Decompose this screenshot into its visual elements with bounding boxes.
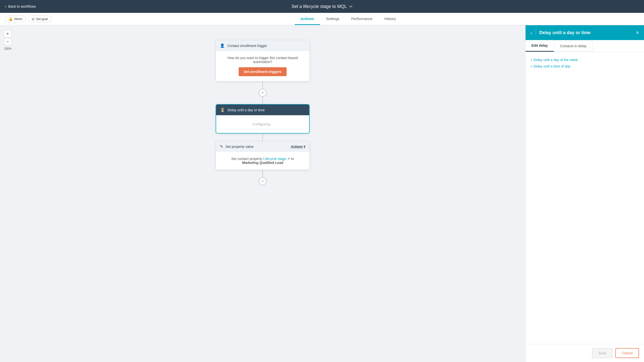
delay-node-body: Configuring... — [216, 115, 309, 133]
set-goal-button[interactable]: ◎ Set goal — [28, 16, 52, 22]
panel-tabs: Edit delay Contacts in delay — [526, 40, 644, 52]
toolbar-left: 🔔 Alerts ◎ Set goal — [5, 16, 52, 22]
main-tabs: Actions Settings Performance History — [58, 13, 639, 25]
tab-edit-delay[interactable]: Edit delay — [526, 40, 554, 52]
alerts-label: Alerts — [14, 17, 22, 21]
back-label: Back to workflows — [8, 4, 36, 8]
tab-contacts-in-delay[interactable]: Contacts in delay — [554, 40, 592, 52]
action-icon: ✎ — [220, 144, 223, 149]
panel-close-button[interactable]: × — [636, 30, 639, 36]
tab-bar: 🔔 Alerts ◎ Set goal Actions Settings Per… — [0, 13, 644, 25]
delay-node[interactable]: ⏳ Delay until a day or time Configuring.… — [216, 104, 310, 134]
connector-line-3 — [262, 134, 263, 141]
actions-dropdown-button[interactable]: Actions ▾ — [291, 145, 306, 148]
save-button[interactable]: Save — [592, 348, 612, 358]
zoom-out-button[interactable]: − — [4, 38, 12, 46]
add-step-button[interactable]: + — [259, 177, 266, 185]
configuring-text: Configuring... — [252, 122, 273, 126]
action-body-suffix: to — [291, 157, 294, 161]
back-arrow-icon: ‹ — [5, 4, 6, 9]
remove-step-button[interactable]: × — [259, 89, 266, 97]
connector-line-1 — [262, 81, 263, 89]
tab-actions[interactable]: Actions — [294, 13, 320, 25]
goal-icon: ◎ — [32, 17, 34, 21]
panel-body: + Delay until a day of the week + Delay … — [526, 52, 644, 344]
cancel-button[interactable]: Cancel — [615, 348, 639, 358]
delay-day-of-week-option[interactable]: + Delay until a day of the week — [530, 58, 639, 62]
tab-history[interactable]: History — [378, 13, 402, 25]
panel-header-left: ‹ Delay until a day or time — [530, 30, 590, 36]
panel-footer: Save Cancel — [526, 344, 644, 362]
connector-line-2 — [262, 97, 263, 104]
zoom-controls: + − 100% — [4, 30, 12, 50]
delay-icon: ⏳ — [220, 108, 225, 112]
main-area: + − 100% 👤 Contact enrollment trigger Ho… — [0, 25, 644, 362]
actions-label: Actions — [291, 145, 303, 148]
trigger-node-header: 👤 Contact enrollment trigger — [216, 40, 310, 51]
panel-header: ‹ Delay until a day or time × — [526, 25, 644, 40]
workflow-title-text: Set a lifecycle stage to MQL — [291, 4, 347, 9]
delay-header-label: Delay until a day or time — [228, 108, 264, 112]
action-node-body: Set contact property Lifecycle stage ↗ t… — [216, 152, 310, 170]
tab-settings[interactable]: Settings — [320, 13, 345, 25]
top-nav: ‹ Back to workflows Set a lifecycle stag… — [0, 0, 644, 13]
right-panel: ‹ Delay until a day or time × Edit delay… — [525, 25, 644, 362]
alert-icon: 🔔 — [9, 17, 12, 21]
trigger-header-label: Contact enrollment trigger — [227, 44, 267, 48]
action-body-prefix: Set contact property — [231, 157, 262, 161]
external-link-icon: ↗ — [287, 157, 291, 161]
trigger-node-body: How do you want to trigger this contact-… — [216, 51, 310, 81]
tab-performance[interactable]: Performance — [345, 13, 378, 25]
panel-header-divider — [536, 30, 536, 36]
alerts-button[interactable]: 🔔 Alerts — [5, 16, 26, 22]
edit-title-icon[interactable]: ✏ — [350, 4, 353, 9]
action-header-label: Set property value — [226, 145, 254, 148]
trigger-icon: 👤 — [220, 43, 225, 48]
chevron-down-icon: ▾ — [304, 145, 306, 148]
zoom-level-label: 100% — [4, 47, 12, 50]
connector-line-4 — [262, 170, 263, 177]
trigger-body-text: How do you want to trigger this contact-… — [220, 56, 306, 64]
property-value-text: Marketing Qualified Lead — [242, 161, 283, 165]
zoom-in-button[interactable]: + — [4, 30, 12, 38]
set-enrollment-triggers-button[interactable]: Set enrollment triggers — [239, 67, 286, 76]
lifecycle-stage-link[interactable]: Lifecycle stage — [264, 157, 286, 161]
panel-title: Delay until a day or time — [540, 30, 590, 35]
action-node-header: ✎ Set property value Actions ▾ — [216, 141, 310, 152]
page-title: Set a lifecycle stage to MQL ✏ — [291, 4, 352, 9]
delay-node-header: ⏳ Delay until a day or time — [216, 104, 309, 115]
set-goal-label: Set goal — [36, 17, 48, 21]
workflow-canvas[interactable]: + − 100% 👤 Contact enrollment trigger Ho… — [0, 25, 525, 362]
trigger-node: 👤 Contact enrollment trigger How do you … — [216, 40, 310, 81]
panel-back-button[interactable]: ‹ — [530, 30, 532, 36]
action-node: ✎ Set property value Actions ▾ Set conta… — [216, 141, 310, 170]
back-to-workflows-button[interactable]: ‹ Back to workflows — [5, 4, 36, 9]
workflow-nodes: 👤 Contact enrollment trigger How do you … — [216, 40, 310, 185]
delay-time-of-day-option[interactable]: + Delay until a time of day — [530, 64, 639, 68]
